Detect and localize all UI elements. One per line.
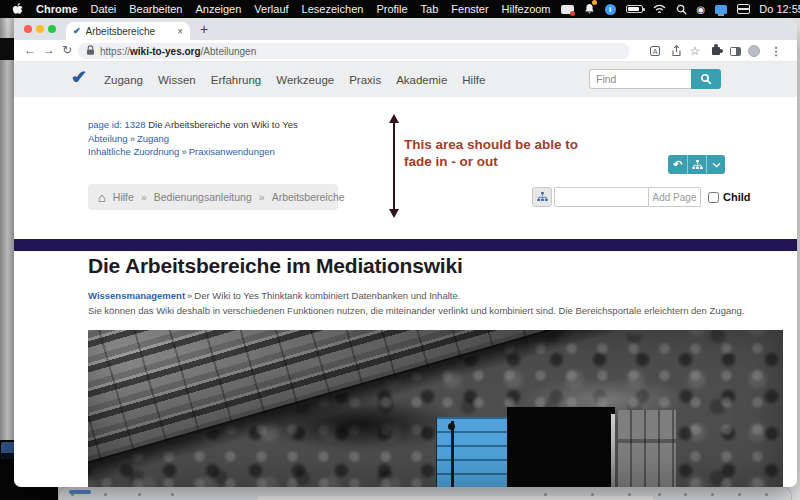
translate-icon[interactable]: A — [648, 44, 662, 58]
sitemap-icon — [692, 160, 703, 170]
undo-button[interactable]: ↶ — [668, 155, 687, 174]
menu-tab[interactable]: Tab — [421, 3, 439, 15]
lock-icon[interactable] — [86, 42, 95, 60]
menu-hilfe[interactable]: Hilfe — [502, 3, 524, 15]
new-page-name-input[interactable] — [554, 187, 649, 207]
menu-zoom-app[interactable]: zoom — [524, 3, 551, 15]
control-center-icon[interactable] — [737, 4, 749, 14]
site-logo-check-icon[interactable]: ✔ — [70, 66, 89, 88]
address-bar[interactable]: https://wiki-to-yes.org/Abteilungen — [78, 43, 630, 59]
child-checkbox-label: Child — [723, 187, 751, 207]
page-tree-button[interactable] — [532, 187, 552, 207]
background-browser-window — [58, 486, 792, 500]
nav-item-zugang[interactable]: Zugang — [104, 74, 143, 86]
menu-profile[interactable]: Profile — [376, 3, 407, 15]
active-tab[interactable]: ✔ Arbeitsbereiche × — [66, 22, 190, 40]
new-tab-button[interactable]: + — [200, 20, 208, 38]
tab-title: Arbeitsbereiche — [86, 26, 173, 37]
category-link-inhaltliche-zuordnung[interactable]: Inhaltliche Zuordnung — [88, 146, 179, 157]
nav-item-praxis[interactable]: Praxis — [349, 74, 381, 86]
page-tool-group: ↶ — [668, 155, 725, 174]
article-body-text: Sie können das Wiki deshalb in verschied… — [88, 305, 744, 316]
child-checkbox[interactable] — [708, 192, 719, 203]
annotation-text: This area should be able to fade in - or… — [404, 136, 578, 170]
menu-verlauf[interactable]: Verlauf — [254, 3, 288, 15]
menu-app-chrome[interactable]: Chrome — [36, 3, 78, 15]
home-icon[interactable]: ⌂ — [98, 191, 106, 204]
article-lead: Wissensmanagement»Der Wiki to Yes Thinkt… — [88, 290, 460, 301]
navy-divider-bar — [14, 239, 797, 251]
menu-datei[interactable]: Datei — [91, 3, 117, 15]
site-header: ✔ Zugang Wissen Erfahrung Werkzeuge Prax… — [14, 62, 797, 97]
zoom-window-button[interactable] — [48, 25, 56, 33]
double-arrow-annotation — [389, 114, 399, 218]
kebab-menu-icon[interactable]: ⋮ — [769, 44, 783, 58]
page-meta: page id: 1328 Die Arbeitsbereiche von Wi… — [88, 118, 298, 159]
nav-item-wissen[interactable]: Wissen — [158, 74, 196, 86]
close-window-button[interactable] — [24, 25, 32, 33]
reload-button[interactable]: ↻ — [62, 40, 72, 61]
wissensmanagement-link[interactable]: Wissensmanagement — [88, 290, 185, 301]
background-page-edge — [258, 496, 653, 500]
nav-item-akademie[interactable]: Akademie — [396, 74, 447, 86]
breadcrumb-bedienungsanleitung[interactable]: Bedienungsanleitung — [154, 191, 252, 203]
page-id-link[interactable]: page id: 1328 — [88, 119, 146, 130]
nav-item-werkzeuge[interactable]: Werkzeuge — [276, 74, 334, 86]
tab-close-icon[interactable]: × — [177, 26, 183, 37]
menu-bearbeiten[interactable]: Bearbeiten — [129, 3, 182, 15]
back-button[interactable]: ← — [24, 40, 36, 61]
category-link-zugang[interactable]: Zugang — [137, 133, 169, 144]
dropdown-toggle-button[interactable] — [706, 155, 725, 174]
breadcrumb: ⌂ Hilfe » Bedienungsanleitung » Arbeitsb… — [88, 184, 338, 210]
page-meta-title: Die Arbeitsbereiche von Wiki to Yes — [148, 119, 297, 130]
category-link-praxisanwendungen[interactable]: Praxisanwendungen — [189, 146, 275, 157]
menubar-clock[interactable]: Do 12:55 — [759, 3, 800, 15]
apple-menu-icon[interactable] — [12, 2, 23, 16]
display-icon[interactable] — [715, 5, 727, 14]
share-icon[interactable] — [669, 44, 683, 58]
category-link-abteilung[interactable]: Abteilung — [88, 133, 128, 144]
structure-button[interactable] — [687, 155, 706, 174]
chrome-window: ✔ Arbeitsbereiche × + ← → ↻ https://wiki… — [14, 18, 797, 487]
photo-vignette — [88, 330, 783, 487]
screen-time-icon[interactable]: ◉ — [697, 2, 706, 16]
macos-menubar: Chrome Datei Bearbeiten Anzeigen Verlauf… — [0, 0, 800, 18]
profile-avatar[interactable] — [747, 44, 761, 58]
menu-lesezeichen[interactable]: Lesezeichen — [302, 3, 364, 15]
site-navigation: Zugang Wissen Erfahrung Werkzeuge Praxis… — [104, 62, 485, 97]
add-page-button[interactable]: Add Page — [649, 187, 701, 207]
minimize-window-button[interactable] — [36, 25, 44, 33]
battery-icon[interactable] — [626, 5, 643, 13]
menu-fenster[interactable]: Fenster — [451, 3, 488, 15]
chevron-down-icon — [712, 162, 721, 168]
undo-icon: ↶ — [673, 159, 682, 170]
background-window-edge — [0, 18, 14, 500]
nav-item-hilfe[interactable]: Hilfe — [462, 74, 485, 86]
bookmark-star-icon[interactable]: ☆ — [688, 44, 702, 58]
info-status-icon[interactable]: i — [605, 4, 616, 15]
hero-photo — [88, 330, 783, 487]
find-search-button[interactable] — [691, 69, 721, 89]
tab-strip: ✔ Arbeitsbereiche × + — [14, 18, 797, 40]
page-title: Die Arbeitsbereiche im Mediationswiki — [88, 254, 463, 278]
spotlight-search-icon[interactable] — [676, 2, 687, 16]
url-text: https://wiki-to-yes.org/Abteilungen — [100, 46, 256, 57]
side-panel-icon[interactable] — [728, 44, 742, 58]
sitemap-icon — [537, 192, 548, 202]
notification-bell-icon[interactable] — [584, 2, 595, 16]
breadcrumb-arbeitsbereiche: Arbeitsbereiche — [272, 191, 345, 203]
browser-toolbar: ← → ↻ https://wiki-to-yes.org/Abteilunge… — [14, 40, 797, 62]
breadcrumb-hilfe[interactable]: Hilfe — [113, 191, 134, 203]
wifi-icon[interactable] — [653, 2, 666, 16]
screen-record-icon[interactable] — [561, 5, 574, 14]
tab-favicon-check-icon: ✔ — [73, 26, 81, 36]
forward-button[interactable]: → — [43, 40, 55, 61]
nav-item-erfahrung[interactable]: Erfahrung — [211, 74, 262, 86]
extensions-puzzle-icon[interactable] — [709, 44, 723, 58]
find-input[interactable] — [589, 69, 691, 89]
menu-anzeigen[interactable]: Anzeigen — [195, 3, 241, 15]
